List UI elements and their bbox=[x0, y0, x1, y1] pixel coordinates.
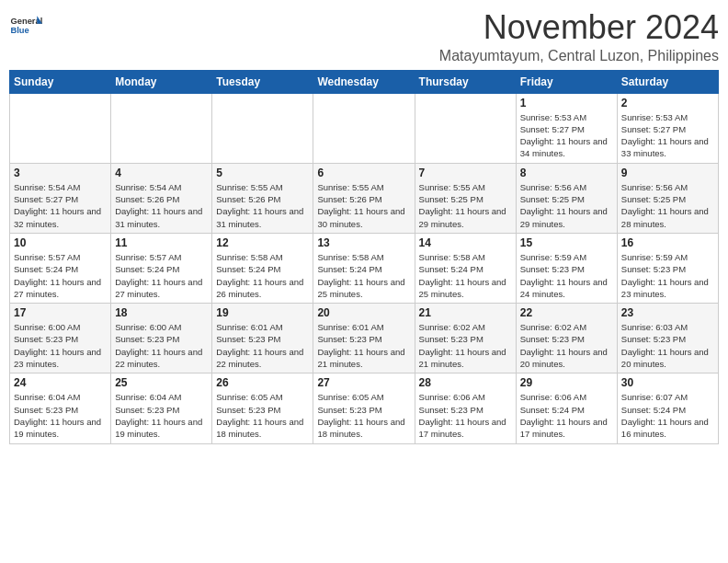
day-number: 5 bbox=[216, 167, 309, 179]
calendar-cell: 20Sunrise: 6:01 AM Sunset: 5:23 PM Dayli… bbox=[313, 304, 415, 373]
weekday-header: Thursday bbox=[415, 70, 516, 93]
weekday-header: Saturday bbox=[617, 70, 718, 93]
calendar-cell: 27Sunrise: 6:05 AM Sunset: 5:23 PM Dayli… bbox=[313, 373, 415, 443]
day-number: 15 bbox=[520, 236, 613, 249]
day-info: Sunrise: 5:58 AM Sunset: 5:24 PM Dayligh… bbox=[317, 251, 410, 300]
day-info: Sunrise: 6:00 AM Sunset: 5:23 PM Dayligh… bbox=[115, 321, 208, 370]
calendar-cell: 24Sunrise: 6:04 AM Sunset: 5:23 PM Dayli… bbox=[10, 373, 111, 443]
calendar-cell: 1Sunrise: 5:53 AM Sunset: 5:27 PM Daylig… bbox=[516, 93, 617, 163]
day-info: Sunrise: 6:01 AM Sunset: 5:23 PM Dayligh… bbox=[216, 321, 309, 370]
calendar-cell: 23Sunrise: 6:03 AM Sunset: 5:23 PM Dayli… bbox=[617, 304, 718, 373]
weekday-header: Sunday bbox=[10, 70, 111, 93]
weekday-header-row: SundayMondayTuesdayWednesdayThursdayFrid… bbox=[10, 70, 719, 93]
weekday-header: Wednesday bbox=[313, 70, 415, 93]
day-info: Sunrise: 6:00 AM Sunset: 5:23 PM Dayligh… bbox=[14, 321, 107, 370]
day-number: 2 bbox=[621, 97, 714, 109]
calendar-cell: 13Sunrise: 5:58 AM Sunset: 5:24 PM Dayli… bbox=[313, 233, 415, 303]
day-number: 30 bbox=[621, 376, 714, 389]
day-info: Sunrise: 6:05 AM Sunset: 5:23 PM Dayligh… bbox=[317, 391, 410, 440]
logo-icon: General Blue bbox=[9, 9, 42, 42]
calendar-cell: 12Sunrise: 5:58 AM Sunset: 5:24 PM Dayli… bbox=[212, 233, 313, 303]
day-info: Sunrise: 5:59 AM Sunset: 5:23 PM Dayligh… bbox=[520, 251, 613, 300]
day-info: Sunrise: 5:55 AM Sunset: 5:25 PM Dayligh… bbox=[419, 181, 512, 230]
calendar-cell: 16Sunrise: 5:59 AM Sunset: 5:23 PM Dayli… bbox=[617, 233, 718, 303]
day-number: 14 bbox=[419, 236, 512, 249]
day-number: 20 bbox=[317, 306, 410, 319]
page-header: General Blue November 2024 Matayumtayum,… bbox=[9, 9, 719, 64]
day-info: Sunrise: 5:57 AM Sunset: 5:24 PM Dayligh… bbox=[14, 251, 107, 300]
day-info: Sunrise: 5:59 AM Sunset: 5:23 PM Dayligh… bbox=[621, 251, 714, 300]
calendar-cell: 14Sunrise: 5:58 AM Sunset: 5:24 PM Dayli… bbox=[415, 233, 516, 303]
day-number: 18 bbox=[115, 306, 208, 319]
day-number: 3 bbox=[14, 167, 107, 179]
day-number: 19 bbox=[216, 306, 309, 319]
day-number: 7 bbox=[419, 167, 512, 179]
calendar-cell: 21Sunrise: 6:02 AM Sunset: 5:23 PM Dayli… bbox=[415, 304, 516, 373]
day-number: 25 bbox=[115, 376, 208, 389]
calendar-cell: 28Sunrise: 6:06 AM Sunset: 5:23 PM Dayli… bbox=[415, 373, 516, 443]
calendar-cell: 17Sunrise: 6:00 AM Sunset: 5:23 PM Dayli… bbox=[10, 304, 111, 373]
logo: General Blue bbox=[9, 9, 42, 42]
calendar-cell: 8Sunrise: 5:56 AM Sunset: 5:25 PM Daylig… bbox=[516, 163, 617, 233]
day-number: 27 bbox=[317, 376, 410, 389]
day-info: Sunrise: 5:57 AM Sunset: 5:24 PM Dayligh… bbox=[115, 251, 208, 300]
calendar-cell: 9Sunrise: 5:56 AM Sunset: 5:25 PM Daylig… bbox=[617, 163, 718, 233]
calendar-cell bbox=[212, 93, 313, 163]
day-info: Sunrise: 5:55 AM Sunset: 5:26 PM Dayligh… bbox=[216, 181, 309, 230]
calendar-week-row: 24Sunrise: 6:04 AM Sunset: 5:23 PM Dayli… bbox=[10, 373, 719, 443]
day-info: Sunrise: 5:58 AM Sunset: 5:24 PM Dayligh… bbox=[216, 251, 309, 300]
calendar-cell: 2Sunrise: 5:53 AM Sunset: 5:27 PM Daylig… bbox=[617, 93, 718, 163]
day-info: Sunrise: 6:02 AM Sunset: 5:23 PM Dayligh… bbox=[520, 321, 613, 370]
day-number: 24 bbox=[14, 376, 107, 389]
day-info: Sunrise: 5:53 AM Sunset: 5:27 PM Dayligh… bbox=[520, 111, 613, 160]
day-number: 17 bbox=[14, 306, 107, 319]
calendar-cell bbox=[415, 93, 516, 163]
calendar-cell: 6Sunrise: 5:55 AM Sunset: 5:26 PM Daylig… bbox=[313, 163, 415, 233]
day-info: Sunrise: 6:04 AM Sunset: 5:23 PM Dayligh… bbox=[14, 391, 107, 440]
day-number: 21 bbox=[419, 306, 512, 319]
calendar-cell: 15Sunrise: 5:59 AM Sunset: 5:23 PM Dayli… bbox=[516, 233, 617, 303]
day-number: 1 bbox=[520, 97, 613, 109]
calendar-cell: 19Sunrise: 6:01 AM Sunset: 5:23 PM Dayli… bbox=[212, 304, 313, 373]
day-info: Sunrise: 5:54 AM Sunset: 5:27 PM Dayligh… bbox=[14, 181, 107, 230]
calendar-cell: 22Sunrise: 6:02 AM Sunset: 5:23 PM Dayli… bbox=[516, 304, 617, 373]
day-number: 13 bbox=[317, 236, 410, 249]
calendar-cell: 11Sunrise: 5:57 AM Sunset: 5:24 PM Dayli… bbox=[111, 233, 212, 303]
calendar-week-row: 3Sunrise: 5:54 AM Sunset: 5:27 PM Daylig… bbox=[10, 163, 719, 233]
day-info: Sunrise: 5:54 AM Sunset: 5:26 PM Dayligh… bbox=[115, 181, 208, 230]
day-number: 29 bbox=[520, 376, 613, 389]
calendar-cell: 10Sunrise: 5:57 AM Sunset: 5:24 PM Dayli… bbox=[10, 233, 111, 303]
calendar-cell: 18Sunrise: 6:00 AM Sunset: 5:23 PM Dayli… bbox=[111, 304, 212, 373]
day-number: 12 bbox=[216, 236, 309, 249]
day-number: 23 bbox=[621, 306, 714, 319]
calendar-cell: 4Sunrise: 5:54 AM Sunset: 5:26 PM Daylig… bbox=[111, 163, 212, 233]
calendar-week-row: 1Sunrise: 5:53 AM Sunset: 5:27 PM Daylig… bbox=[10, 93, 719, 163]
calendar-cell: 3Sunrise: 5:54 AM Sunset: 5:27 PM Daylig… bbox=[10, 163, 111, 233]
calendar-cell: 30Sunrise: 6:07 AM Sunset: 5:24 PM Dayli… bbox=[617, 373, 718, 443]
day-number: 8 bbox=[520, 167, 613, 179]
day-info: Sunrise: 6:04 AM Sunset: 5:23 PM Dayligh… bbox=[115, 391, 208, 440]
day-number: 26 bbox=[216, 376, 309, 389]
day-info: Sunrise: 6:05 AM Sunset: 5:23 PM Dayligh… bbox=[216, 391, 309, 440]
day-info: Sunrise: 6:03 AM Sunset: 5:23 PM Dayligh… bbox=[621, 321, 714, 370]
svg-text:Blue: Blue bbox=[10, 26, 28, 35]
day-number: 6 bbox=[317, 167, 410, 179]
day-number: 10 bbox=[14, 236, 107, 249]
day-number: 11 bbox=[115, 236, 208, 249]
day-info: Sunrise: 5:56 AM Sunset: 5:25 PM Dayligh… bbox=[520, 181, 613, 230]
day-info: Sunrise: 5:56 AM Sunset: 5:25 PM Dayligh… bbox=[621, 181, 714, 230]
day-number: 4 bbox=[115, 167, 208, 179]
day-info: Sunrise: 6:01 AM Sunset: 5:23 PM Dayligh… bbox=[317, 321, 410, 370]
calendar-cell: 5Sunrise: 5:55 AM Sunset: 5:26 PM Daylig… bbox=[212, 163, 313, 233]
day-info: Sunrise: 6:07 AM Sunset: 5:24 PM Dayligh… bbox=[621, 391, 714, 440]
calendar-cell: 7Sunrise: 5:55 AM Sunset: 5:25 PM Daylig… bbox=[415, 163, 516, 233]
location: Matayumtayum, Central Luzon, Philippines bbox=[439, 48, 719, 64]
day-info: Sunrise: 5:53 AM Sunset: 5:27 PM Dayligh… bbox=[621, 111, 714, 160]
calendar-table: SundayMondayTuesdayWednesdayThursdayFrid… bbox=[9, 70, 719, 444]
day-info: Sunrise: 6:06 AM Sunset: 5:24 PM Dayligh… bbox=[520, 391, 613, 440]
calendar-week-row: 10Sunrise: 5:57 AM Sunset: 5:24 PM Dayli… bbox=[10, 233, 719, 303]
calendar-cell bbox=[313, 93, 415, 163]
calendar-cell: 29Sunrise: 6:06 AM Sunset: 5:24 PM Dayli… bbox=[516, 373, 617, 443]
day-info: Sunrise: 6:02 AM Sunset: 5:23 PM Dayligh… bbox=[419, 321, 512, 370]
calendar-cell bbox=[111, 93, 212, 163]
